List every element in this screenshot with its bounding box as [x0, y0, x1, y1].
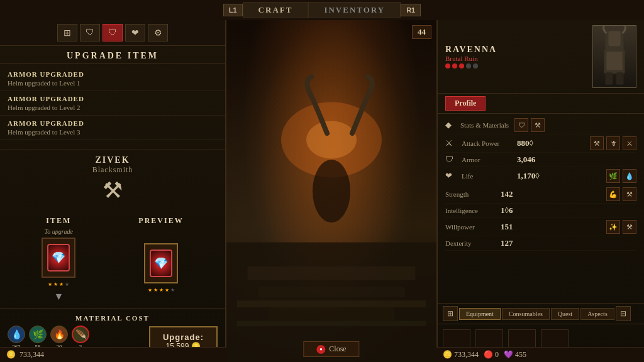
star-4: ★ [65, 282, 69, 287]
tab-icon-settings[interactable]: ⚙ [148, 24, 168, 41]
scene-svg [226, 20, 436, 362]
npc-name: ZIVEK [95, 155, 130, 165]
tab-icons-row: ⊞ 🛡 🛡 ❤ ⚙ [0, 20, 225, 46]
attack-value: 880◊ [517, 138, 585, 148]
svg-rect-7 [237, 300, 426, 307]
log-entry-3-detail: Helm upgraded to Level 3 [8, 128, 218, 136]
stats-materials-label: Stats & Materials [460, 121, 511, 129]
close-button[interactable]: ● Close [303, 341, 359, 357]
equipment-tab[interactable]: Equipment [459, 308, 501, 320]
currency-gold: 🪙 733,344 [443, 350, 479, 359]
aspects-tab[interactable]: Aspects [580, 308, 614, 320]
svg-point-6 [313, 160, 350, 222]
tab-icon-grid[interactable]: ⊞ [57, 24, 77, 41]
stats-section: ◆ Stats & Materials 🛡 ⚒ ⚔ Attack Power 8… [438, 114, 644, 303]
stat-willpower: Willpower 151 ✨ ⚒ [445, 218, 636, 236]
armor-label: Armor [462, 156, 512, 163]
l1-button[interactable]: L1 [223, 4, 243, 16]
stats-materials-header: ◆ Stats & Materials 🛡 ⚒ [445, 116, 636, 134]
log-entry-2-title: ARMOR UPGRADED [8, 95, 218, 102]
svg-rect-3 [269, 307, 394, 321]
tab-icon-shield2[interactable]: 🛡 [103, 24, 123, 41]
tab-icon-shield1[interactable]: 🛡 [80, 24, 100, 41]
armor-icon: 🛡 [445, 155, 457, 165]
top-navigation: L1 CRAFT INVENTORY R1 [0, 0, 644, 20]
char-info: RAVENNA Brutal Ruin [445, 45, 586, 69]
will-item-2: ⚒ [623, 220, 636, 234]
purple-amount: 455 [515, 350, 526, 359]
svg-rect-2 [258, 287, 405, 297]
material-title: MATERIAL COST [8, 314, 218, 322]
mat-icon-3: 🔥 [50, 326, 68, 343]
log-entry-2-detail: Helm upgraded to Level 2 [8, 104, 218, 111]
profile-tab-active[interactable]: Profile [445, 96, 486, 111]
log-entry-1-detail: Helm upgraded to Level 1 [8, 79, 218, 87]
gold-coin-icon: 🪙 [443, 350, 452, 359]
gold-amount: 733,344 [454, 350, 479, 359]
upgrade-log: ARMOR UPGRADED Helm upgraded to Level 1 … [0, 64, 225, 150]
consumables-tab[interactable]: Consumables [502, 308, 550, 320]
char-title: Brutal Ruin [445, 55, 586, 62]
dex-value: 127 [501, 238, 636, 248]
attack-items: ⚒ 🗡 ⚔ [590, 136, 636, 150]
p-star-2: ★ [153, 287, 158, 293]
avatar-svg [593, 25, 636, 88]
r1-button[interactable]: R1 [401, 4, 421, 16]
int-value: 1◊6 [501, 206, 636, 216]
inventory-tab[interactable]: INVENTORY [308, 2, 401, 18]
left-gold-icon: 🪙 [6, 350, 16, 359]
item-card[interactable]: 💎 [42, 238, 75, 278]
log-entry-1: ARMOR UPGRADED Helm upgraded to Level 1 [0, 67, 225, 91]
panel-title: UPGRADE ITEM [0, 46, 225, 64]
dot-1 [445, 63, 450, 69]
str-item-1: 💪 [606, 187, 620, 201]
svg-rect-8 [237, 321, 426, 326]
equip-tab-icon[interactable]: ⊞ [443, 306, 458, 321]
str-value: 142 [501, 189, 601, 199]
item-sublabel: To upgrade [45, 228, 73, 235]
stat-strength: Strength 142 💪 ⚒ [445, 185, 636, 204]
npc-icon: ⚒ [103, 177, 123, 204]
quest-tab[interactable]: Quest [551, 308, 579, 320]
craft-columns: ITEM To upgrade 💎 ★ ★ ★ ★ ▼ PREVIEW 💎 ★ … [0, 211, 225, 309]
preview-label: PREVIEW [138, 216, 183, 226]
preview-card: 💎 [144, 243, 178, 283]
center-panel: 44 ● Close [226, 20, 436, 362]
stat-item-2: ⚒ [531, 118, 545, 132]
stat-intelligence: Intelligence 1◊6 [445, 204, 636, 218]
log-entry-3: ARMOR UPGRADED Helm upgraded to Level 3 [0, 116, 225, 140]
profile-tabs: Profile [438, 94, 644, 114]
will-label: Willpower [445, 223, 496, 231]
log-entry-2: ARMOR UPGRADED Helm upgraded to Level 2 [0, 91, 225, 116]
dot-3 [459, 63, 464, 69]
item-label: ITEM [46, 216, 71, 226]
stats-item-icons: 🛡 ⚒ [514, 118, 545, 132]
equip-tabs: ⊞ Equipment Consumables Quest Aspects ⊟ [438, 303, 644, 324]
p-star-1: ★ [148, 287, 152, 293]
dot-5 [473, 63, 478, 69]
preview-gem: 💎 [150, 250, 172, 277]
craft-tab[interactable]: CRAFT [243, 2, 309, 18]
close-icon: ● [316, 345, 325, 354]
equip-tab-icon-2[interactable]: ⊟ [616, 306, 631, 321]
attack-item-2: 🗡 [606, 136, 620, 150]
life-item-1: 🌿 [606, 169, 620, 183]
will-item-1: ✨ [606, 220, 620, 234]
stat-attack: ⚔ Attack Power 880◊ ⚒ 🗡 ⚔ [445, 134, 636, 153]
right-gold-bar: 🪙 733,344 🔴 0 💜 455 [436, 347, 644, 362]
npc-section: ZIVEK Blacksmith ⚒ [0, 150, 225, 211]
item-gem: 💎 [47, 244, 70, 272]
star-3: ★ [59, 282, 64, 287]
tab-icon-health[interactable]: ❤ [125, 24, 145, 41]
attack-item-3: ⚔ [623, 136, 636, 150]
log-entry-3-title: ARMOR UPGRADED [8, 119, 218, 127]
str-items: 💪 ⚒ [606, 187, 636, 201]
p-star-3: ★ [159, 287, 164, 293]
char-header: RAVENNA Brutal Ruin [438, 20, 644, 94]
left-panel: ⊞ 🛡 🛡 ❤ ⚙ UPGRADE ITEM ARMOR UPGRADED He… [0, 20, 226, 362]
dot-2 [452, 63, 457, 69]
attack-label: Attack Power [462, 140, 512, 147]
svg-rect-12 [606, 52, 622, 70]
item-column: ITEM To upgrade 💎 ★ ★ ★ ★ ▼ [42, 216, 75, 304]
life-value: 1,170◊ [517, 171, 601, 181]
